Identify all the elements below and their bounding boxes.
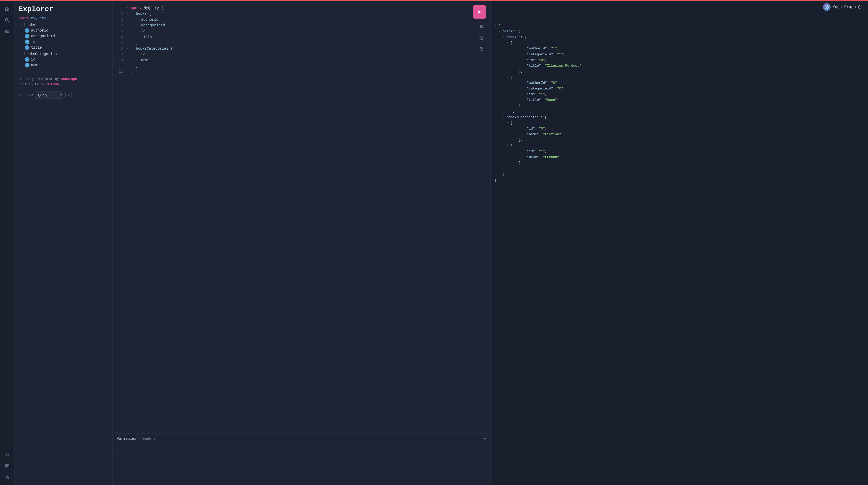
resp-key-categorieId2: "categorieId" <box>511 87 553 90</box>
tree-group-booksCategories: ▾ booksCategories ✓ id ✓ name <box>19 52 108 68</box>
tree-leaf-id-books[interactable]: ✓ id <box>21 39 108 45</box>
history-icon[interactable] <box>3 16 12 25</box>
code-line-9: 9 id <box>117 52 486 57</box>
tree-leaf-categorieId[interactable]: ✓ categorieId <box>21 33 108 39</box>
line-num-7: 7 <box>117 40 123 46</box>
open-brace-1: { <box>161 6 163 10</box>
response-header: + Yoga GraphiQL <box>491 1 868 13</box>
code-content-11: } <box>131 63 486 69</box>
resp-arrow-root[interactable]: ▾ <box>495 23 498 29</box>
line-num-5: 5 <box>117 28 123 34</box>
collection-icon[interactable] <box>3 27 12 36</box>
github-link[interactable]: GitHub <box>47 83 59 86</box>
field-title-query: title <box>141 35 152 39</box>
resp-key-title1: "title" <box>511 64 541 68</box>
add-new-section: Add new Query Mutation Subscription + <box>19 91 108 98</box>
code-content-2: books { <box>131 11 486 17</box>
tree-leaf-authorId[interactable]: ✓ authorId <box>21 28 108 33</box>
tab-variables[interactable]: Variables <box>117 436 136 442</box>
resp-val-catname1: "Fiction" <box>543 132 561 136</box>
line-arrow-2: ▾ <box>126 11 130 17</box>
line-num-10: 10 <box>117 57 123 63</box>
tree-group-booksCategories-label[interactable]: ▾ booksCategories <box>21 52 108 57</box>
resp-val-catid2: "1" <box>539 149 545 153</box>
code-line-1: 1 ▾ query MyQuery { <box>117 5 486 11</box>
refresh-icon[interactable] <box>3 450 12 459</box>
check-authorId: ✓ <box>25 28 29 33</box>
resp-arrow-books[interactable]: ▾ <box>503 34 506 40</box>
tab-headers[interactable]: Headers <box>141 436 156 442</box>
add-tab-button[interactable]: + <box>811 3 819 10</box>
code-content-9: id <box>131 52 486 57</box>
line-num-11: 11 <box>117 63 123 69</box>
resp-arrow-book1[interactable]: ▾ <box>506 40 510 46</box>
field-id-cats: id <box>31 57 35 61</box>
resp-arrow-booksCats[interactable]: ▾ <box>503 115 506 120</box>
code-line-2: 2 ▾ books { <box>117 11 486 17</box>
check-name: ✓ <box>25 63 29 67</box>
icon-sidebar <box>0 1 14 485</box>
field-books-query: books <box>136 11 147 16</box>
right-panel: + Yoga GraphiQL ▾{ ▾"data": { ▾"books <box>491 1 868 485</box>
tree-leaf-title[interactable]: ✓ title <box>21 45 108 50</box>
field-name: name <box>31 63 40 67</box>
add-new-select[interactable]: Query Mutation Subscription <box>35 91 63 98</box>
resp-val-catname2: "French" <box>543 155 559 159</box>
prettify-button[interactable] <box>477 22 486 31</box>
onegraph-link[interactable]: OneGraph <box>61 77 77 81</box>
tree-leaf-name[interactable]: ✓ name <box>21 62 108 68</box>
code-editor[interactable]: 1 ▾ query MyQuery { 2 ▾ <box>113 5 490 75</box>
merge-button[interactable] <box>477 33 486 42</box>
line-num-4: 4 <box>117 23 123 28</box>
open-brace-2: { <box>149 11 151 16</box>
resp-key-books: "books" <box>506 35 521 39</box>
resp-arrow-data[interactable]: ▾ <box>499 29 502 34</box>
svg-rect-4 <box>5 30 9 31</box>
code-content-1: query MyQuery { <box>131 5 486 11</box>
resp-key-title2: "title" <box>511 98 541 102</box>
code-line-8: 8 ▾ booksCategories { <box>117 46 486 52</box>
svg-rect-2 <box>7 9 9 10</box>
line-num-8: 8 <box>117 46 123 52</box>
code-line-10: 10 name <box>117 57 486 63</box>
books-label: books <box>24 23 35 27</box>
copy-button[interactable] <box>477 45 486 54</box>
settings-icon[interactable] <box>3 473 12 482</box>
line-num-6: 6 <box>117 34 123 40</box>
shortcut-icon[interactable] <box>3 461 12 470</box>
line-arrow-1: ▾ <box>126 5 130 11</box>
resp-arrow-cat2[interactable]: ▾ <box>506 143 510 149</box>
editor-main: 1 ▾ query MyQuery { 2 ▾ <box>113 1 490 433</box>
variables-content[interactable]: 1 <box>113 444 490 485</box>
add-new-label: Add new <box>19 93 33 97</box>
svg-rect-5 <box>5 31 9 32</box>
header-actions: + Yoga GraphiQL <box>811 3 863 11</box>
query-name-link[interactable]: MyQuery <box>31 16 46 21</box>
resp-val-authorId2: "0" <box>551 81 557 85</box>
code-line-12: 12 } <box>117 69 486 75</box>
run-button[interactable] <box>473 5 486 19</box>
field-name-query: name <box>141 58 150 62</box>
editor-tools <box>477 22 486 54</box>
tree-group-books-label[interactable]: ▾ books <box>21 23 108 28</box>
add-new-button[interactable]: + <box>65 92 71 98</box>
resp-key-catname2: "name" <box>511 155 539 159</box>
panel-icon[interactable] <box>3 4 12 13</box>
resp-arrow-cat1[interactable]: ▾ <box>506 120 510 126</box>
footer-line2: Contribute on GitHub <box>19 82 108 87</box>
explorer-footer: GraphiQL Explorer by OneGraph Contribute… <box>19 77 108 87</box>
resp-key-booksCats: "booksCategories" <box>506 115 541 119</box>
code-content-8: booksCategories { <box>131 46 486 52</box>
tree-leaf-id-cats[interactable]: ✓ id <box>21 57 108 62</box>
variables-chevron[interactable]: ∨ <box>484 437 486 441</box>
query-myquery: MyQuery <box>144 6 161 10</box>
code-line-6: 6 title <box>117 34 486 40</box>
resp-val-categorieId2: "0" <box>557 87 563 90</box>
app-container: Explorer query MyQuery ▾ books ✓ authorI… <box>0 1 868 485</box>
footer-text2: Contribute on <box>19 83 47 86</box>
query-keyword: query <box>19 16 29 21</box>
resp-arrow-book2[interactable]: ▾ <box>506 75 510 80</box>
variables-header: Variables Headers ∨ <box>113 433 490 444</box>
query-label: query MyQuery <box>19 16 108 21</box>
resp-val-authorId1: "1" <box>551 47 557 50</box>
